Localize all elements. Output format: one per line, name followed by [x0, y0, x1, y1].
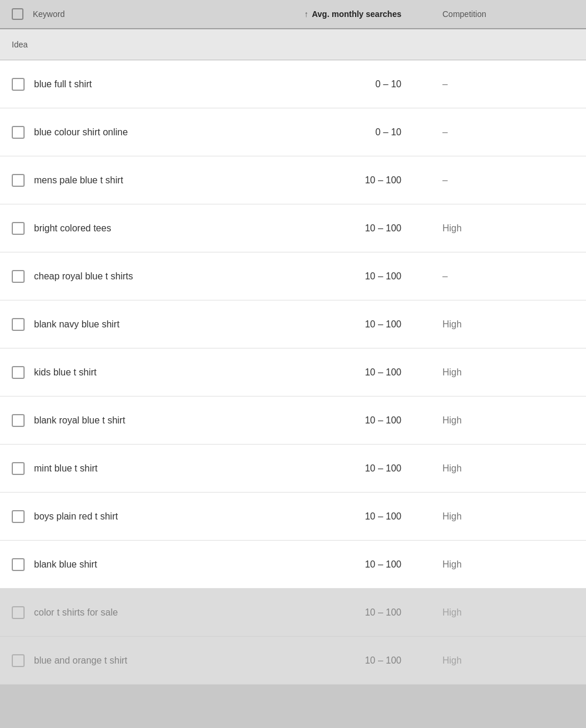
keyword-text: mens pale blue t shirt: [34, 175, 123, 186]
row-checkbox[interactable]: [12, 78, 25, 91]
keyword-text: blue full t shirt: [34, 79, 92, 90]
row-searches-cell: 10 – 100: [229, 175, 425, 186]
row-keyword-cell: boys plain red t shirt: [0, 510, 229, 523]
row-keyword-cell: mint blue t shirt: [0, 462, 229, 475]
row-checkbox[interactable]: [12, 414, 25, 427]
table-row: blue colour shirt online 0 – 10 –: [0, 108, 586, 156]
row-competition-cell: High: [425, 367, 586, 378]
row-searches-cell: 10 – 100: [229, 463, 425, 474]
searches-value: 0 – 10: [376, 127, 401, 137]
row-competition-cell: High: [425, 607, 586, 618]
row-searches-cell: 10 – 100: [229, 415, 425, 426]
row-checkbox[interactable]: [12, 366, 25, 379]
keyword-header-label: Keyword: [33, 9, 64, 19]
row-competition-cell: High: [425, 463, 586, 474]
table-row: blank royal blue t shirt 10 – 100 High: [0, 397, 586, 445]
table-row: blank blue shirt 10 – 100 High: [0, 541, 586, 589]
row-searches-cell: 10 – 100: [229, 319, 425, 330]
searches-value: 10 – 100: [365, 367, 401, 377]
row-searches-cell: 10 – 100: [229, 223, 425, 234]
row-competition-cell: –: [425, 127, 586, 138]
competition-value: High: [442, 223, 462, 233]
searches-value: 0 – 10: [376, 79, 401, 89]
row-keyword-cell: kids blue t shirt: [0, 366, 229, 379]
keyword-table: Keyword ↑ Avg. monthly searches Competit…: [0, 0, 586, 685]
competition-value: High: [442, 319, 462, 329]
keyword-text: blue and orange t shirt: [34, 655, 127, 666]
row-checkbox[interactable]: [12, 510, 25, 523]
searches-value: 10 – 100: [365, 271, 401, 281]
searches-value: 10 – 100: [365, 463, 401, 473]
row-keyword-cell: blue colour shirt online: [0, 126, 229, 139]
idea-label: Idea: [0, 40, 229, 49]
searches-value: 10 – 100: [365, 559, 401, 569]
row-competition-cell: –: [425, 175, 586, 186]
keyword-column-header: Keyword: [0, 8, 229, 20]
row-competition-cell: High: [425, 511, 586, 522]
select-all-checkbox[interactable]: [12, 8, 23, 20]
row-competition-cell: –: [425, 79, 586, 90]
row-checkbox[interactable]: [12, 462, 25, 475]
keyword-text: kids blue t shirt: [34, 367, 97, 378]
row-checkbox[interactable]: [12, 126, 25, 139]
table-row: bright colored tees 10 – 100 High: [0, 204, 586, 252]
competition-header-label: Competition: [442, 9, 486, 19]
searches-value: 10 – 100: [365, 223, 401, 233]
searches-value: 10 – 100: [365, 655, 401, 665]
searches-value: 10 – 100: [365, 415, 401, 425]
row-keyword-cell: blank blue shirt: [0, 558, 229, 571]
competition-value: High: [442, 511, 462, 521]
table-row: blue and orange t shirt 10 – 100 High: [0, 637, 586, 685]
keyword-text: mint blue t shirt: [34, 463, 97, 474]
row-searches-cell: 10 – 100: [229, 655, 425, 666]
row-searches-cell: 0 – 10: [229, 79, 425, 90]
keyword-text: cheap royal blue t shirts: [34, 271, 133, 282]
row-searches-cell: 10 – 100: [229, 607, 425, 618]
row-keyword-cell: blue full t shirt: [0, 78, 229, 91]
keyword-text: boys plain red t shirt: [34, 511, 118, 522]
row-keyword-cell: mens pale blue t shirt: [0, 174, 229, 187]
row-checkbox[interactable]: [12, 318, 25, 331]
table-row: mens pale blue t shirt 10 – 100 –: [0, 156, 586, 204]
row-searches-cell: 10 – 100: [229, 271, 425, 282]
table-header: Keyword ↑ Avg. monthly searches Competit…: [0, 0, 586, 29]
table-row: blank navy blue shirt 10 – 100 High: [0, 300, 586, 348]
row-checkbox[interactable]: [12, 606, 25, 619]
searches-value: 10 – 100: [365, 319, 401, 329]
sort-arrow-icon: ↑: [304, 9, 308, 19]
keyword-text: blue colour shirt online: [34, 127, 128, 138]
competition-value: High: [442, 415, 462, 425]
row-searches-cell: 0 – 10: [229, 127, 425, 138]
row-checkbox[interactable]: [12, 270, 25, 283]
row-competition-cell: High: [425, 223, 586, 234]
keyword-text: bright colored tees: [34, 223, 111, 234]
row-searches-cell: 10 – 100: [229, 511, 425, 522]
searches-value: 10 – 100: [365, 511, 401, 521]
row-keyword-cell: cheap royal blue t shirts: [0, 270, 229, 283]
table-row: kids blue t shirt 10 – 100 High: [0, 348, 586, 397]
competition-value: –: [442, 79, 448, 89]
row-checkbox[interactable]: [12, 654, 25, 667]
competition-value: –: [442, 127, 448, 137]
searches-column-header[interactable]: ↑ Avg. monthly searches: [229, 9, 425, 19]
row-searches-cell: 10 – 100: [229, 559, 425, 570]
row-competition-cell: High: [425, 319, 586, 330]
row-checkbox[interactable]: [12, 558, 25, 571]
table-row: mint blue t shirt 10 – 100 High: [0, 445, 586, 493]
row-checkbox[interactable]: [12, 222, 25, 235]
competition-value: –: [442, 175, 448, 185]
row-competition-cell: High: [425, 559, 586, 570]
row-searches-cell: 10 – 100: [229, 367, 425, 378]
keyword-text: blank blue shirt: [34, 559, 97, 570]
idea-section-row: Idea: [0, 29, 586, 60]
row-keyword-cell: blue and orange t shirt: [0, 654, 229, 667]
row-checkbox[interactable]: [12, 174, 25, 187]
row-keyword-cell: bright colored tees: [0, 222, 229, 235]
keyword-text: blank navy blue shirt: [34, 319, 120, 330]
row-keyword-cell: blank navy blue shirt: [0, 318, 229, 331]
competition-value: High: [442, 607, 462, 617]
competition-column-header[interactable]: Competition: [425, 9, 586, 19]
searches-value: 10 – 100: [365, 607, 401, 617]
table-row: blue full t shirt 0 – 10 –: [0, 60, 586, 108]
competition-value: High: [442, 463, 462, 473]
